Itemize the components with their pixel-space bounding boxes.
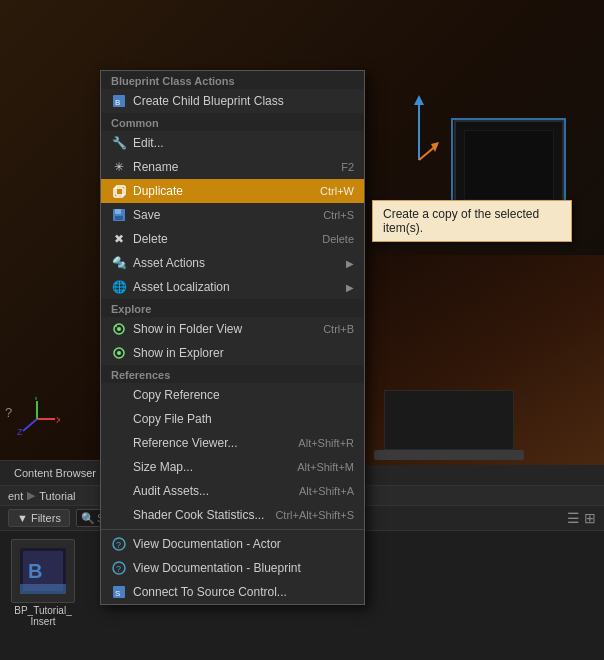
menu-item-save-shortcut: Ctrl+S (323, 209, 354, 221)
menu-item-save[interactable]: Save Ctrl+S (101, 203, 364, 227)
menu-item-size-map-shortcut: Alt+Shift+M (297, 461, 354, 473)
menu-item-copy-reference-label: Copy Reference (133, 388, 354, 402)
show-explorer-icon (111, 345, 127, 361)
menu-item-duplicate[interactable]: Duplicate Ctrl+W (101, 179, 364, 203)
menu-item-show-folder-view[interactable]: Show in Folder View Ctrl+B (101, 317, 364, 341)
svg-text:?: ? (116, 540, 121, 550)
folder-view-icon (111, 321, 127, 337)
view-doc-actor-icon: ? (111, 536, 127, 552)
asset-thumb-image: B (11, 539, 75, 603)
menu-item-save-label: Save (133, 208, 317, 222)
svg-text:X: X (56, 415, 60, 425)
menu-item-connect-source-control[interactable]: S Connect To Source Control... (101, 580, 364, 604)
section-header-references: References (101, 365, 364, 383)
menu-item-copy-file-path[interactable]: Copy File Path (101, 407, 364, 431)
menu-item-asset-actions-label: Asset Actions (133, 256, 340, 270)
tooltip-text: Create a copy of the selected item(s). (383, 207, 539, 235)
edit-icon: 🔧 (111, 135, 127, 151)
menu-item-duplicate-shortcut: Ctrl+W (320, 185, 354, 197)
content-browser-tab[interactable]: Content Browser (8, 465, 102, 481)
menu-item-show-explorer-label: Show in Explorer (133, 346, 354, 360)
filters-button[interactable]: ▼ Filters (8, 509, 70, 527)
asset-localization-icon: 🌐 (111, 279, 127, 295)
menu-item-show-explorer[interactable]: Show in Explorer (101, 341, 364, 365)
svg-text:Y: Y (33, 397, 39, 402)
menu-item-asset-localization-label: Asset Localization (133, 280, 340, 294)
menu-item-delete[interactable]: ✖ Delete Delete (101, 227, 364, 251)
menu-item-audit-assets-shortcut: Alt+Shift+A (299, 485, 354, 497)
asset-thumbnail-bp-tutorial[interactable]: B BP_Tutorial_ Insert (8, 539, 78, 627)
delete-icon: ✖ (111, 231, 127, 247)
asset-actions-arrow-icon: ▶ (346, 258, 354, 269)
menu-item-audit-assets[interactable]: Audit Assets... Alt+Shift+A (101, 479, 364, 503)
help-icon: ? (5, 405, 12, 420)
menu-item-reference-viewer[interactable]: Reference Viewer... Alt+Shift+R (101, 431, 364, 455)
axis-gizmo: X Y Z (15, 397, 60, 445)
menu-item-show-folder-view-label: Show in Folder View (133, 322, 317, 336)
menu-item-rename[interactable]: ✳ Rename F2 (101, 155, 364, 179)
reference-viewer-icon (111, 435, 127, 451)
svg-text:?: ? (116, 564, 121, 574)
svg-rect-16 (115, 216, 123, 220)
save-icon (111, 207, 127, 223)
asset-localization-arrow-icon: ▶ (346, 282, 354, 293)
breadcrumb-item-content[interactable]: ent (8, 490, 23, 502)
list-view-icon[interactable]: ☰ (567, 510, 580, 526)
svg-rect-15 (115, 209, 121, 214)
menu-item-reference-viewer-label: Reference Viewer... (133, 436, 292, 450)
menu-item-shader-cook-label: Shader Cook Statistics... (133, 508, 269, 522)
menu-item-reference-viewer-shortcut: Alt+Shift+R (298, 437, 354, 449)
menu-item-asset-actions[interactable]: 🔩 Asset Actions ▶ (101, 251, 364, 275)
search-icon: 🔍 (81, 512, 95, 525)
breadcrumb-item-tutorial[interactable]: Tutorial (39, 490, 75, 502)
svg-text:S: S (115, 589, 120, 598)
menu-item-audit-assets-label: Audit Assets... (133, 484, 293, 498)
menu-item-duplicate-label: Duplicate (133, 184, 314, 198)
svg-text:B: B (28, 560, 42, 582)
menu-item-delete-label: Delete (133, 232, 316, 246)
filter-icon: ▼ (17, 512, 31, 524)
menu-item-shader-cook[interactable]: Shader Cook Statistics... Ctrl+Alt+Shift… (101, 503, 364, 527)
menu-item-show-folder-view-shortcut: Ctrl+B (323, 323, 354, 335)
menu-item-size-map[interactable]: Size Map... Alt+Shift+M (101, 455, 364, 479)
menu-item-view-doc-blueprint[interactable]: ? View Documentation - Blueprint (101, 556, 364, 580)
shader-cook-icon (111, 507, 127, 523)
menu-item-create-child-blueprint[interactable]: B Create Child Blueprint Class (101, 89, 364, 113)
svg-point-19 (115, 325, 117, 327)
svg-rect-31 (20, 584, 66, 594)
context-menu: Blueprint Class Actions B Create Child B… (100, 70, 365, 605)
svg-text:Z: Z (17, 427, 23, 437)
breadcrumb-separator: ▶ (27, 489, 35, 502)
menu-item-edit[interactable]: 🔧 Edit... (101, 131, 364, 155)
section-header-explore: Explore (101, 299, 364, 317)
menu-item-create-child-blueprint-label: Create Child Blueprint Class (133, 94, 354, 108)
section-header-blueprint-actions: Blueprint Class Actions (101, 71, 364, 89)
menu-item-view-doc-blueprint-label: View Documentation - Blueprint (133, 561, 354, 575)
menu-item-connect-source-control-label: Connect To Source Control... (133, 585, 354, 599)
svg-point-21 (117, 351, 121, 355)
grid-view-icon[interactable]: ⊞ (584, 510, 596, 526)
menu-item-edit-label: Edit... (133, 136, 354, 150)
section-header-common: Common (101, 113, 364, 131)
copy-file-path-icon (111, 411, 127, 427)
duplicate-icon (111, 183, 127, 199)
asset-actions-icon: 🔩 (111, 255, 127, 271)
menu-item-shader-cook-shortcut: Ctrl+Alt+Shift+S (275, 509, 354, 521)
svg-text:B: B (115, 98, 120, 107)
menu-item-rename-label: Rename (133, 160, 335, 174)
menu-divider (101, 529, 364, 530)
audit-assets-icon (111, 483, 127, 499)
view-controls: ☰ ⊞ (567, 510, 596, 526)
menu-item-delete-shortcut: Delete (322, 233, 354, 245)
menu-item-view-doc-actor[interactable]: ? View Documentation - Actor (101, 532, 364, 556)
menu-item-rename-shortcut: F2 (341, 161, 354, 173)
rename-icon: ✳ (111, 159, 127, 175)
menu-item-copy-reference[interactable]: Copy Reference (101, 383, 364, 407)
svg-point-18 (117, 327, 121, 331)
menu-item-copy-file-path-label: Copy File Path (133, 412, 354, 426)
source-control-icon: S (111, 584, 127, 600)
size-map-icon (111, 459, 127, 475)
menu-item-asset-localization[interactable]: 🌐 Asset Localization ▶ (101, 275, 364, 299)
view-doc-blueprint-icon: ? (111, 560, 127, 576)
menu-item-size-map-label: Size Map... (133, 460, 291, 474)
